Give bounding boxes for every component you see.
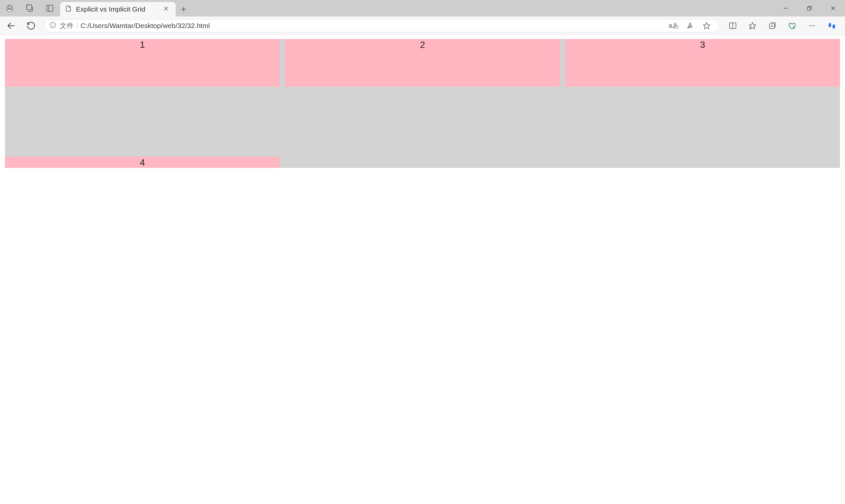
split-screen-button[interactable] <box>723 17 742 35</box>
grid-cell-2: 2 <box>285 39 560 87</box>
address-divider <box>77 22 77 29</box>
grid-container: 1 2 3 4 <box>5 39 840 168</box>
svg-point-29 <box>809 25 810 26</box>
translate-button[interactable]: aあ <box>666 21 682 30</box>
copilot-button[interactable] <box>823 17 841 35</box>
grid-cell-4: 4 <box>5 157 280 168</box>
browser-toolbar: 文件 C:/Users/Wamtar/Desktop/web/32/32.htm… <box>0 17 845 35</box>
grid-cell-3: 3 <box>565 39 840 87</box>
favorite-button[interactable] <box>699 21 714 30</box>
svg-point-31 <box>814 25 815 26</box>
grid-cell-1: 1 <box>5 39 280 87</box>
settings-menu-button[interactable] <box>803 17 821 35</box>
site-info-icon[interactable] <box>49 21 56 30</box>
titlebar-left-group: Explicit vs Implicit Grid <box>0 0 191 17</box>
svg-rect-11 <box>807 7 810 10</box>
svg-rect-3 <box>47 5 53 12</box>
address-right-icons: aあ <box>666 21 714 30</box>
new-tab-button[interactable] <box>176 2 191 17</box>
svg-marker-19 <box>703 22 710 29</box>
address-url: C:/Users/Wamtar/Desktop/web/32/32.html <box>81 22 662 30</box>
tab-actions-button[interactable] <box>40 0 60 17</box>
back-button[interactable] <box>2 17 20 35</box>
svg-point-30 <box>811 25 812 26</box>
translate-icon: aあ <box>668 21 678 30</box>
page-viewport: 1 2 3 4 <box>0 35 845 504</box>
address-bar[interactable]: 文件 C:/Users/Wamtar/Desktop/web/32/32.htm… <box>44 19 720 32</box>
svg-marker-22 <box>749 22 756 29</box>
maximize-button[interactable] <box>797 0 821 17</box>
favorites-list-button[interactable] <box>743 17 762 35</box>
read-aloud-button[interactable] <box>682 21 698 30</box>
browser-titlebar: Explicit vs Implicit Grid <box>0 0 845 17</box>
page-icon <box>65 5 72 14</box>
address-source-label: 文件 <box>60 21 74 30</box>
close-tab-button[interactable] <box>162 5 170 14</box>
workspaces-button[interactable] <box>19 0 40 17</box>
browser-essentials-button[interactable] <box>783 17 801 35</box>
close-window-button[interactable] <box>821 0 845 17</box>
window-controls <box>774 0 845 17</box>
svg-rect-2 <box>27 5 32 10</box>
svg-point-1 <box>8 6 11 8</box>
minimize-button[interactable] <box>774 0 797 17</box>
active-tab[interactable]: Explicit vs Implicit Grid <box>60 2 176 17</box>
collections-button[interactable] <box>763 17 781 35</box>
profile-button[interactable] <box>0 0 19 17</box>
refresh-button[interactable] <box>22 17 40 35</box>
tab-title: Explicit vs Implicit Grid <box>76 5 158 13</box>
